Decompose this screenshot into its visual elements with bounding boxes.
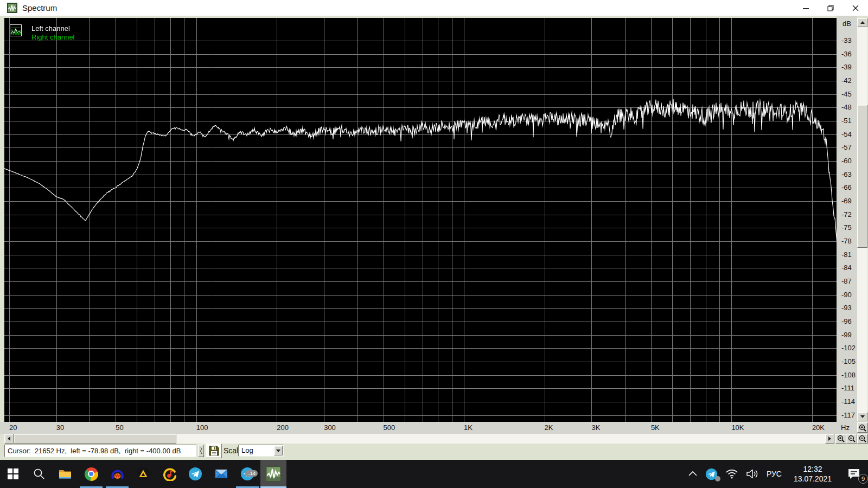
taskbar-spectrum-app[interactable] bbox=[260, 460, 286, 488]
yandex-music-icon bbox=[162, 467, 176, 481]
plot-vertical-scrollbar[interactable] bbox=[857, 18, 867, 421]
y-tick-label: -72 bbox=[841, 210, 852, 219]
x-tick-label: 20K bbox=[812, 423, 825, 432]
legend-right-channel: Right channel bbox=[31, 33, 75, 42]
legend-rows: Left channel Right channel bbox=[31, 24, 75, 42]
y-tick-label: -48 bbox=[841, 103, 852, 111]
scroll-left-button[interactable] bbox=[4, 434, 14, 444]
save-button[interactable] bbox=[206, 444, 222, 458]
y-tick-label: -90 bbox=[841, 291, 852, 299]
y-tick-label: -75 bbox=[841, 223, 852, 232]
telegram-icon bbox=[188, 467, 202, 481]
system-tray: РУС 12:32 13.07.2021 9 bbox=[684, 460, 868, 488]
chevron-down-icon bbox=[276, 450, 280, 452]
tray-language-indicator[interactable]: РУС bbox=[763, 460, 786, 488]
scroll-down-button[interactable] bbox=[857, 412, 867, 421]
tray-action-center[interactable]: 9 bbox=[840, 460, 868, 488]
clock-time: 12:32 bbox=[794, 464, 832, 474]
arrow-up-icon bbox=[860, 21, 865, 24]
zoom-in-icon bbox=[837, 435, 845, 442]
clock-date: 13.07.2021 bbox=[794, 474, 832, 484]
taskbar-audacity[interactable] bbox=[104, 460, 130, 488]
y-tick-label: -105 bbox=[841, 357, 856, 365]
audacity-icon bbox=[110, 467, 125, 481]
close-icon bbox=[852, 5, 859, 11]
freq-axis: Hz 2030501002003005001K2K3K5K10K20K bbox=[0, 422, 868, 434]
y-tick-label: -99 bbox=[841, 331, 852, 339]
taskbar-mail[interactable] bbox=[208, 460, 234, 488]
taskbar-file-explorer[interactable] bbox=[52, 460, 78, 488]
y-tick-label: -117 bbox=[841, 411, 855, 419]
x-tick-label: 30 bbox=[56, 423, 64, 432]
x-tick-label: 300 bbox=[324, 423, 336, 432]
combobox-dropdown-button[interactable] bbox=[274, 446, 283, 455]
y-tick-label: -54 bbox=[841, 130, 852, 138]
tray-telegram-badge bbox=[715, 476, 720, 481]
zoom-out-icon bbox=[859, 435, 866, 442]
y-zoom-out-button[interactable] bbox=[857, 434, 868, 444]
pane-resize-grip[interactable] bbox=[198, 445, 204, 457]
taskbar-aimp[interactable] bbox=[130, 460, 156, 488]
x-tick-label: 5K bbox=[651, 423, 660, 432]
search-icon bbox=[33, 467, 46, 480]
tray-network[interactable] bbox=[722, 460, 742, 488]
arrow-down-icon bbox=[860, 415, 865, 418]
plot-horizontal-scrollbar[interactable] bbox=[4, 434, 834, 444]
x-tick-label: 10K bbox=[731, 423, 744, 432]
x-zoom-out-button[interactable] bbox=[846, 434, 857, 444]
chrome-icon bbox=[85, 467, 98, 481]
y-tick-label: -93 bbox=[841, 304, 852, 312]
spectrum-plot-canvas[interactable] bbox=[4, 18, 837, 422]
y-tick-label: -87 bbox=[841, 277, 852, 285]
taskbar-telegram[interactable] bbox=[182, 460, 208, 488]
y-tick-label: -111 bbox=[841, 384, 854, 392]
scale-combobox[interactable]: Log bbox=[238, 445, 284, 457]
restore-button[interactable] bbox=[818, 0, 843, 16]
y-tick-label: -84 bbox=[841, 264, 852, 272]
taskbar-chrome[interactable] bbox=[78, 460, 104, 488]
horizontal-scroll-thumb[interactable] bbox=[14, 434, 176, 444]
aimp-icon bbox=[136, 467, 150, 481]
y-tick-label: -66 bbox=[841, 183, 852, 191]
y-zoom-in-button[interactable] bbox=[857, 422, 868, 433]
x-tick-label: 500 bbox=[384, 423, 395, 432]
grip-icon bbox=[200, 447, 202, 455]
y-tick-label: -69 bbox=[841, 197, 852, 205]
cursor-readout: Cursor: 21652 Hz, left = -78.98 dB, righ… bbox=[4, 445, 196, 457]
y-tick-label: -60 bbox=[841, 157, 852, 165]
x-tick-label: 20 bbox=[9, 423, 17, 432]
restore-icon bbox=[827, 5, 834, 11]
taskbar-yandex-music[interactable] bbox=[156, 460, 182, 488]
scroll-right-button[interactable] bbox=[825, 434, 834, 444]
language-label: РУС bbox=[767, 470, 782, 478]
minimize-icon bbox=[803, 5, 809, 11]
tray-volume[interactable] bbox=[742, 460, 763, 488]
taskbar-search-button[interactable] bbox=[26, 460, 52, 488]
y-tick-label: -108 bbox=[841, 371, 856, 379]
taskbar-start-button[interactable] bbox=[0, 460, 26, 488]
arrow-left-icon bbox=[8, 436, 10, 441]
y-tick-label: -78 bbox=[841, 237, 852, 245]
tray-clock[interactable]: 12:32 13.07.2021 bbox=[786, 460, 840, 488]
spectrum-app-icon bbox=[266, 466, 281, 481]
chevron-up-icon bbox=[688, 471, 698, 477]
y-tick-label: -33 bbox=[841, 36, 852, 44]
notification-count-badge: 9 bbox=[858, 474, 868, 484]
wifi-icon bbox=[725, 469, 738, 479]
unread-count-badge: ..14 bbox=[245, 470, 258, 477]
tray-telegram[interactable] bbox=[701, 460, 722, 488]
minimize-button[interactable] bbox=[793, 0, 818, 16]
y-tick-label: -114 bbox=[841, 397, 855, 406]
windows-start-icon bbox=[7, 468, 19, 480]
tray-show-hidden-icons[interactable] bbox=[684, 460, 701, 488]
vertical-scroll-thumb[interactable] bbox=[857, 105, 867, 248]
y-tick-label: -42 bbox=[841, 76, 852, 85]
db-axis-unit-label: dB bbox=[843, 20, 851, 28]
hz-axis-unit-label: Hz bbox=[841, 423, 850, 432]
scroll-up-button[interactable] bbox=[857, 18, 867, 27]
x-zoom-in-button[interactable] bbox=[835, 434, 846, 444]
y-tick-label: -102 bbox=[841, 344, 856, 352]
file-explorer-icon bbox=[58, 467, 72, 481]
taskbar-telegram-2[interactable]: ..14 bbox=[234, 460, 260, 488]
close-button[interactable] bbox=[843, 0, 868, 16]
